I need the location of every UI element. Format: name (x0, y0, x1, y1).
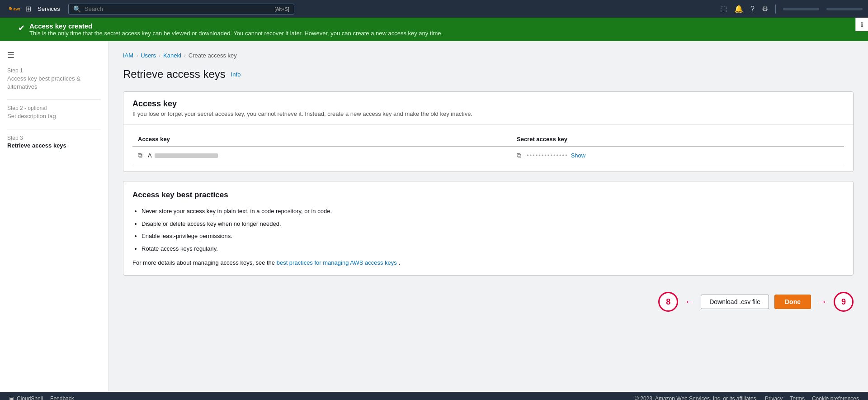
secret-key-masked: •••••••••••••• (527, 152, 568, 159)
breadcrumb-sep-3: › (184, 52, 186, 59)
success-banner: ✔ Access key created This is the only ti… (0, 18, 868, 41)
copy-access-key-icon[interactable]: ⧉ (138, 152, 142, 159)
grid-icon[interactable]: ⊞ (25, 5, 31, 13)
arrow-right-9: → (817, 296, 827, 308)
best-practices-footer: For more details about managing access k… (132, 259, 844, 266)
footer-privacy-link[interactable]: Privacy (765, 395, 783, 400)
best-practices-card: Access key best practices Never store yo… (123, 181, 854, 276)
svg-text:aws: aws (14, 7, 20, 11)
access-key-card-desc: If you lose or forget your secret access… (132, 110, 844, 117)
breadcrumb-sep-2: › (159, 52, 160, 59)
footer-cookie-link[interactable]: Cookie preferences (812, 395, 859, 400)
account-button[interactable] (783, 8, 819, 10)
divider (775, 5, 776, 14)
banner-title: Access key created (29, 22, 443, 30)
footer-left: ▣ CloudShell Feedback (9, 395, 74, 400)
feedback-button[interactable]: Feedback (50, 395, 74, 400)
page-title: Retrieve access keys (123, 68, 226, 81)
page-title-row: Retrieve access keys Info (123, 68, 854, 81)
best-practices-title: Access key best practices (132, 190, 844, 200)
sidebar-step1-link[interactable]: Access key best practices & alternatives (7, 75, 101, 91)
copy-secret-key-icon[interactable]: ⧉ (517, 152, 521, 159)
footer-terms-link[interactable]: Terms (790, 395, 805, 400)
arrow-left-8: ← (684, 296, 694, 308)
main-container: ☰ Step 1 Access key best practices & alt… (0, 41, 868, 392)
question-icon[interactable]: ? (750, 5, 755, 13)
footer-right: © 2023, Amazon Web Services, Inc. or its… (635, 395, 859, 400)
search-shortcut: [Alt+S] (274, 6, 289, 12)
banner-content: Access key created This is the only time… (29, 22, 443, 37)
access-key-card-body: Access key Secret access key ⧉ A (123, 125, 853, 171)
breadcrumb-sep-1: › (136, 52, 138, 59)
bp-footer-end: . (398, 259, 400, 266)
cloudshell-button[interactable]: ▣ CloudShell (9, 395, 43, 400)
breadcrumb-current: Create access key (189, 52, 237, 59)
breadcrumb-users[interactable]: Users (141, 52, 156, 59)
access-key-table: Access key Secret access key ⧉ A (132, 132, 844, 164)
top-navigation: aws ⊞ Services 🔍 [Alt+S] ⬚ 🔔 ? ⚙ (0, 0, 868, 18)
sidebar-divider-2 (7, 129, 101, 129)
list-item: Never store your access key in plain tex… (142, 207, 844, 216)
info-link[interactable]: Info (231, 71, 241, 78)
best-practices-list: Never store your access key in plain tex… (142, 207, 844, 253)
access-key-redacted (155, 153, 218, 158)
list-item: Enable least-privilege permissions. (142, 232, 844, 241)
table-row: ⧉ A ⧉ •••••••••••••• Show (132, 147, 844, 164)
download-csv-button[interactable]: Download .csv file (701, 295, 769, 309)
sidebar-step2-link[interactable]: Set description tag (7, 112, 101, 120)
access-key-card-header: Access key If you lose or forget your se… (123, 92, 853, 125)
panel-info-icon[interactable]: ℹ (855, 18, 868, 31)
aws-logo: aws (5, 5, 20, 14)
services-label: Services (38, 5, 60, 12)
access-key-prefix: A (148, 152, 152, 159)
list-item: Rotate access keys regularly. (142, 244, 844, 253)
bp-footer-text: For more details about managing access k… (132, 259, 277, 266)
sidebar-step3-active: Retrieve access keys (7, 142, 101, 149)
sidebar-toggle[interactable]: ☰ (7, 50, 101, 60)
annotation-8: 8 (658, 292, 678, 312)
col-access-key: Access key (132, 132, 511, 147)
sidebar-divider-1 (7, 99, 101, 100)
footer-copyright: © 2023, Amazon Web Services, Inc. or its… (635, 395, 758, 400)
search-bar[interactable]: 🔍 [Alt+S] (68, 4, 294, 14)
access-key-id-cell: ⧉ A (138, 152, 506, 159)
terminal-icon: ▣ (9, 395, 14, 400)
list-item: Disable or delete access key when no lon… (142, 219, 844, 229)
action-row: 8 ← Download .csv file Done → 9 (123, 285, 854, 319)
search-icon: 🔍 (73, 5, 81, 13)
secret-key-cell: ⧉ •••••••••••••• Show (517, 152, 839, 159)
col-secret-key: Secret access key (511, 132, 844, 147)
breadcrumb-iam[interactable]: IAM (123, 52, 133, 59)
sidebar: ☰ Step 1 Access key best practices & alt… (0, 41, 108, 392)
gear-icon[interactable]: ⚙ (762, 5, 768, 13)
done-button[interactable]: Done (774, 295, 811, 309)
bell-icon[interactable]: 🔔 (734, 5, 743, 13)
footer: ▣ CloudShell Feedback © 2023, Amazon Web… (0, 392, 868, 400)
breadcrumb-user[interactable]: Kaneki (163, 52, 181, 59)
step3-label: Step 3 (7, 135, 101, 141)
cloud-icon[interactable]: ⬚ (720, 5, 727, 13)
search-input[interactable] (85, 5, 271, 12)
breadcrumb: IAM › Users › Kaneki › Create access key (123, 52, 854, 59)
success-check-icon: ✔ (18, 23, 25, 33)
annotation-9: 9 (834, 292, 854, 312)
bp-footer-link[interactable]: best practices for managing AWS access k… (277, 259, 397, 266)
banner-subtitle: This is the only time that the secret ac… (29, 30, 443, 37)
step1-label: Step 1 (7, 67, 101, 74)
step2-label: Step 2 - optional (7, 105, 101, 111)
access-key-card: Access key If you lose or forget your se… (123, 91, 854, 172)
cloudshell-label: CloudShell (17, 395, 43, 400)
nav-right: ⬚ 🔔 ? ⚙ (720, 5, 863, 14)
content-area: IAM › Users › Kaneki › Create access key… (108, 41, 868, 392)
region-button[interactable] (826, 8, 863, 10)
services-button[interactable]: Services (35, 5, 63, 13)
access-key-card-title: Access key (132, 99, 844, 109)
show-secret-key-link[interactable]: Show (571, 152, 586, 159)
